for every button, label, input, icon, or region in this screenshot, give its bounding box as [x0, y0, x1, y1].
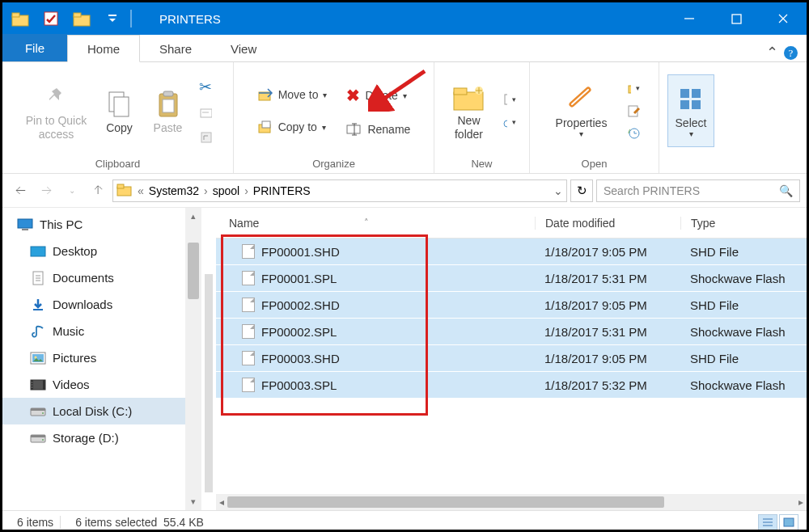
- history-button[interactable]: [622, 125, 645, 141]
- sidebar-item-documents[interactable]: Documents: [2, 264, 185, 291]
- cut-button[interactable]: ✂: [194, 76, 217, 98]
- sidebar-item-label: Music: [53, 324, 84, 338]
- breadcrumb-dropdown[interactable]: ⌄: [553, 184, 563, 197]
- sidebar-item-this-pc[interactable]: This PC: [2, 211, 185, 238]
- scroll-down-icon[interactable]: ▾: [191, 496, 196, 507]
- tab-file[interactable]: File: [2, 34, 67, 61]
- paste-button[interactable]: Paste: [146, 74, 191, 147]
- file-icon: [242, 244, 255, 259]
- refresh-button[interactable]: ↻: [570, 179, 593, 202]
- sidebar-item-desktop[interactable]: Desktop: [2, 238, 185, 264]
- nav-sidebar: This PCDesktopDocumentsDownloadsMusicPic…: [2, 208, 185, 510]
- new-folder-button[interactable]: New folder: [443, 74, 495, 147]
- svg-rect-17: [201, 109, 212, 117]
- file-type: SHD File: [680, 245, 807, 259]
- sidebar-item-storage-d-[interactable]: Storage (D:): [2, 424, 185, 451]
- file-row[interactable]: FP00001.SHD1/18/2017 9:05 PMSHD File: [216, 239, 807, 265]
- rename-button[interactable]: Rename: [341, 121, 415, 137]
- select-button[interactable]: Select ▾: [667, 74, 714, 147]
- thumbnails-view-button[interactable]: [779, 514, 798, 530]
- select-icon: [678, 82, 704, 116]
- svg-point-60: [32, 386, 33, 388]
- col-date[interactable]: Date modified: [535, 217, 680, 230]
- copy-to-button[interactable]: Copy to▾: [252, 118, 332, 136]
- move-to-button[interactable]: Move to▾: [252, 86, 332, 103]
- sidebar-item-downloads[interactable]: Downloads: [2, 291, 185, 318]
- file-date: 1/18/2017 5:31 PM: [535, 272, 680, 285]
- file-type: SHD File: [680, 298, 807, 312]
- qat-properties-icon[interactable]: [38, 6, 64, 32]
- help-icon[interactable]: ?: [783, 45, 798, 61]
- crumb-printers[interactable]: PRINTERS: [253, 184, 311, 197]
- sidebar-scrollbar[interactable]: ▴ ▾: [185, 208, 201, 510]
- splitter[interactable]: [205, 274, 213, 492]
- file-type: Shockwave Flash: [680, 378, 807, 392]
- col-name[interactable]: Name: [229, 217, 259, 230]
- scroll-right-icon[interactable]: ▸: [798, 496, 803, 508]
- file-row[interactable]: FP00001.SPL1/18/2017 5:31 PMShockwave Fl…: [216, 265, 807, 292]
- scroll-thumb[interactable]: [188, 243, 199, 299]
- back-button[interactable]: 🡠: [9, 179, 32, 202]
- sort-indicator-icon: ˄: [364, 217, 369, 228]
- copy-button[interactable]: Copy: [97, 74, 142, 147]
- tab-home[interactable]: Home: [67, 35, 140, 62]
- tab-share[interactable]: Share: [140, 34, 211, 61]
- qat-dropdown-icon[interactable]: [100, 6, 125, 32]
- svg-rect-15: [163, 91, 173, 96]
- crumb-spool[interactable]: spool: [213, 184, 239, 197]
- menubar: File Home Share View ⌃ ?: [2, 35, 807, 62]
- scroll-up-icon[interactable]: ▴: [191, 211, 196, 222]
- svg-rect-30: [505, 95, 507, 104]
- file-name: FP00002.SPL: [261, 325, 337, 339]
- pin-quick-access-button[interactable]: Pin to Quick access: [19, 74, 94, 147]
- file-name: FP00002.SHD: [261, 298, 340, 312]
- up-button[interactable]: 🡡: [87, 179, 109, 202]
- properties-button[interactable]: Properties ▾: [544, 74, 619, 147]
- crumb-system32[interactable]: System32: [149, 184, 199, 197]
- ribbon-collapse-icon[interactable]: ⌃: [766, 44, 778, 61]
- file-date: 1/18/2017 9:05 PM: [535, 245, 680, 259]
- delete-button[interactable]: ✖Delete▾: [341, 84, 415, 107]
- col-type[interactable]: Type: [680, 217, 807, 230]
- sidebar-item-label: Downloads: [53, 298, 112, 311]
- column-header[interactable]: Name˄ Date modified Type: [216, 208, 807, 239]
- new-item-button[interactable]: ▾: [498, 91, 521, 108]
- sidebar-item-label: Local Disk (C:): [53, 404, 132, 418]
- breadcrumb[interactable]: « System32 › spool › PRINTERS ⌄: [112, 179, 567, 202]
- qat-folder-icon[interactable]: [7, 6, 33, 32]
- edit-button[interactable]: [622, 103, 645, 119]
- close-button[interactable]: [760, 2, 807, 35]
- copy-path-button[interactable]: [194, 104, 217, 122]
- sidebar-item-local-disk-c-[interactable]: Local Disk (C:): [2, 398, 185, 424]
- open-button[interactable]: ▾: [622, 80, 645, 96]
- search-input[interactable]: Search PRINTERS 🔍: [596, 179, 800, 202]
- paste-shortcut-button[interactable]: [194, 129, 217, 146]
- easy-access-button[interactable]: ▾: [498, 114, 521, 130]
- file-row[interactable]: FP00002.SPL1/18/2017 5:31 PMShockwave Fl…: [216, 319, 807, 345]
- details-view-button[interactable]: [758, 514, 777, 530]
- file-row[interactable]: FP00003.SHD1/18/2017 9:05 PMSHD File: [216, 345, 807, 372]
- sidebar-item-music[interactable]: Music: [2, 318, 185, 344]
- folder-icon: [116, 183, 133, 199]
- file-row[interactable]: FP00002.SHD1/18/2017 9:05 PMSHD File: [216, 292, 807, 319]
- tab-view[interactable]: View: [211, 34, 276, 61]
- window-title: PRINTERS: [159, 12, 221, 26]
- sidebar-item-videos[interactable]: Videos: [2, 371, 185, 398]
- open-icon: [627, 82, 631, 95]
- clipboard-group-label: Clipboard: [2, 156, 233, 173]
- maximize-button[interactable]: [713, 2, 760, 35]
- status-count: 6 items: [11, 516, 61, 529]
- scroll-left-icon[interactable]: ◂: [219, 496, 224, 508]
- minimize-button[interactable]: [666, 2, 713, 35]
- download-icon: [30, 298, 46, 312]
- crumb-overflow[interactable]: «: [136, 184, 146, 197]
- hscroll-thumb[interactable]: [227, 496, 664, 508]
- qat-newfolder-icon[interactable]: [69, 6, 95, 32]
- delete-x-icon: ✖: [346, 86, 360, 105]
- svg-rect-46: [31, 247, 45, 256]
- file-row[interactable]: FP00003.SPL1/18/2017 5:32 PMShockwave Fl…: [216, 372, 807, 399]
- horizontal-scrollbar[interactable]: ◂ ▸: [216, 494, 807, 510]
- forward-button[interactable]: 🡢: [35, 179, 57, 202]
- sidebar-item-pictures[interactable]: Pictures: [2, 344, 185, 371]
- recent-button[interactable]: ⌄: [61, 179, 83, 202]
